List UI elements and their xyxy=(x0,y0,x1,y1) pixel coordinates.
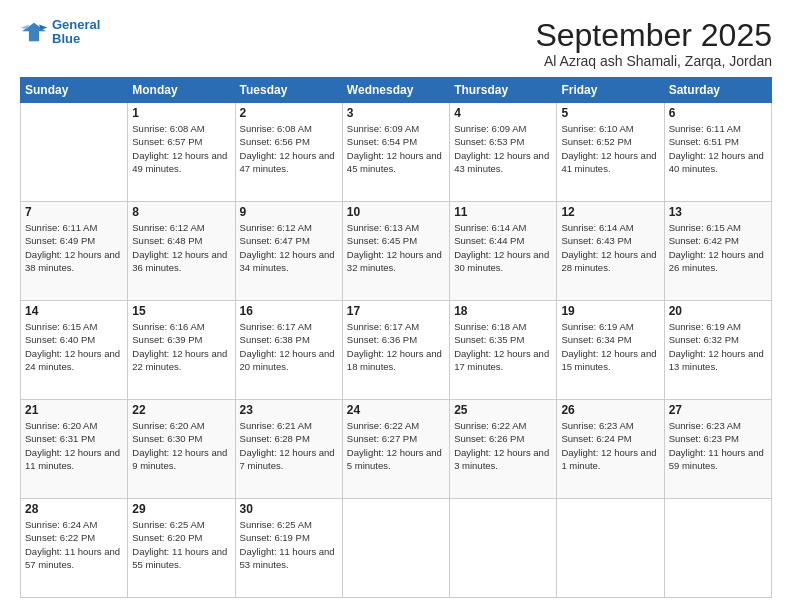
table-row: 22Sunrise: 6:20 AMSunset: 6:30 PMDayligh… xyxy=(128,400,235,499)
day-number: 3 xyxy=(347,106,445,120)
logo-icon xyxy=(20,21,48,43)
day-number: 24 xyxy=(347,403,445,417)
day-info: Sunrise: 6:20 AMSunset: 6:31 PMDaylight:… xyxy=(25,419,123,472)
day-number: 27 xyxy=(669,403,767,417)
day-number: 11 xyxy=(454,205,552,219)
calendar-week-1: 7Sunrise: 6:11 AMSunset: 6:49 PMDaylight… xyxy=(21,202,772,301)
day-info: Sunrise: 6:09 AMSunset: 6:53 PMDaylight:… xyxy=(454,122,552,175)
logo-text: General Blue xyxy=(52,18,100,47)
header: General Blue September 2025 Al Azraq ash… xyxy=(20,18,772,69)
day-number: 20 xyxy=(669,304,767,318)
table-row: 28Sunrise: 6:24 AMSunset: 6:22 PMDayligh… xyxy=(21,499,128,598)
table-row: 26Sunrise: 6:23 AMSunset: 6:24 PMDayligh… xyxy=(557,400,664,499)
day-number: 16 xyxy=(240,304,338,318)
table-row xyxy=(664,499,771,598)
table-row: 13Sunrise: 6:15 AMSunset: 6:42 PMDayligh… xyxy=(664,202,771,301)
day-info: Sunrise: 6:13 AMSunset: 6:45 PMDaylight:… xyxy=(347,221,445,274)
day-info: Sunrise: 6:21 AMSunset: 6:28 PMDaylight:… xyxy=(240,419,338,472)
day-number: 10 xyxy=(347,205,445,219)
day-info: Sunrise: 6:11 AMSunset: 6:51 PMDaylight:… xyxy=(669,122,767,175)
day-number: 8 xyxy=(132,205,230,219)
table-row: 5Sunrise: 6:10 AMSunset: 6:52 PMDaylight… xyxy=(557,103,664,202)
calendar-week-0: 1Sunrise: 6:08 AMSunset: 6:57 PMDaylight… xyxy=(21,103,772,202)
table-row: 3Sunrise: 6:09 AMSunset: 6:54 PMDaylight… xyxy=(342,103,449,202)
table-row: 11Sunrise: 6:14 AMSunset: 6:44 PMDayligh… xyxy=(450,202,557,301)
table-row: 8Sunrise: 6:12 AMSunset: 6:48 PMDaylight… xyxy=(128,202,235,301)
table-row xyxy=(342,499,449,598)
logo: General Blue xyxy=(20,18,100,47)
day-info: Sunrise: 6:11 AMSunset: 6:49 PMDaylight:… xyxy=(25,221,123,274)
table-row: 15Sunrise: 6:16 AMSunset: 6:39 PMDayligh… xyxy=(128,301,235,400)
table-row: 9Sunrise: 6:12 AMSunset: 6:47 PMDaylight… xyxy=(235,202,342,301)
title-area: September 2025 Al Azraq ash Shamali, Zar… xyxy=(535,18,772,69)
table-row: 18Sunrise: 6:18 AMSunset: 6:35 PMDayligh… xyxy=(450,301,557,400)
location: Al Azraq ash Shamali, Zarqa, Jordan xyxy=(535,53,772,69)
day-number: 1 xyxy=(132,106,230,120)
col-saturday: Saturday xyxy=(664,78,771,103)
table-row xyxy=(557,499,664,598)
day-number: 14 xyxy=(25,304,123,318)
day-info: Sunrise: 6:10 AMSunset: 6:52 PMDaylight:… xyxy=(561,122,659,175)
logo-blue: Blue xyxy=(52,31,80,46)
table-row: 2Sunrise: 6:08 AMSunset: 6:56 PMDaylight… xyxy=(235,103,342,202)
day-info: Sunrise: 6:22 AMSunset: 6:26 PMDaylight:… xyxy=(454,419,552,472)
table-row: 27Sunrise: 6:23 AMSunset: 6:23 PMDayligh… xyxy=(664,400,771,499)
day-info: Sunrise: 6:15 AMSunset: 6:40 PMDaylight:… xyxy=(25,320,123,373)
calendar-week-4: 28Sunrise: 6:24 AMSunset: 6:22 PMDayligh… xyxy=(21,499,772,598)
day-info: Sunrise: 6:14 AMSunset: 6:44 PMDaylight:… xyxy=(454,221,552,274)
day-info: Sunrise: 6:22 AMSunset: 6:27 PMDaylight:… xyxy=(347,419,445,472)
day-number: 13 xyxy=(669,205,767,219)
logo-general: General xyxy=(52,17,100,32)
col-thursday: Thursday xyxy=(450,78,557,103)
day-info: Sunrise: 6:25 AMSunset: 6:20 PMDaylight:… xyxy=(132,518,230,571)
table-row: 23Sunrise: 6:21 AMSunset: 6:28 PMDayligh… xyxy=(235,400,342,499)
day-info: Sunrise: 6:15 AMSunset: 6:42 PMDaylight:… xyxy=(669,221,767,274)
table-row: 6Sunrise: 6:11 AMSunset: 6:51 PMDaylight… xyxy=(664,103,771,202)
day-number: 28 xyxy=(25,502,123,516)
day-number: 9 xyxy=(240,205,338,219)
table-row: 24Sunrise: 6:22 AMSunset: 6:27 PMDayligh… xyxy=(342,400,449,499)
day-number: 5 xyxy=(561,106,659,120)
col-sunday: Sunday xyxy=(21,78,128,103)
day-info: Sunrise: 6:08 AMSunset: 6:57 PMDaylight:… xyxy=(132,122,230,175)
table-row: 25Sunrise: 6:22 AMSunset: 6:26 PMDayligh… xyxy=(450,400,557,499)
table-row: 14Sunrise: 6:15 AMSunset: 6:40 PMDayligh… xyxy=(21,301,128,400)
day-number: 25 xyxy=(454,403,552,417)
table-row: 1Sunrise: 6:08 AMSunset: 6:57 PMDaylight… xyxy=(128,103,235,202)
day-info: Sunrise: 6:25 AMSunset: 6:19 PMDaylight:… xyxy=(240,518,338,571)
col-wednesday: Wednesday xyxy=(342,78,449,103)
table-row: 29Sunrise: 6:25 AMSunset: 6:20 PMDayligh… xyxy=(128,499,235,598)
table-row: 21Sunrise: 6:20 AMSunset: 6:31 PMDayligh… xyxy=(21,400,128,499)
calendar-week-3: 21Sunrise: 6:20 AMSunset: 6:31 PMDayligh… xyxy=(21,400,772,499)
day-info: Sunrise: 6:19 AMSunset: 6:32 PMDaylight:… xyxy=(669,320,767,373)
day-number: 21 xyxy=(25,403,123,417)
day-number: 7 xyxy=(25,205,123,219)
table-row: 20Sunrise: 6:19 AMSunset: 6:32 PMDayligh… xyxy=(664,301,771,400)
table-row xyxy=(450,499,557,598)
day-number: 19 xyxy=(561,304,659,318)
table-row: 19Sunrise: 6:19 AMSunset: 6:34 PMDayligh… xyxy=(557,301,664,400)
day-number: 6 xyxy=(669,106,767,120)
day-number: 22 xyxy=(132,403,230,417)
table-row: 30Sunrise: 6:25 AMSunset: 6:19 PMDayligh… xyxy=(235,499,342,598)
table-row: 7Sunrise: 6:11 AMSunset: 6:49 PMDaylight… xyxy=(21,202,128,301)
day-info: Sunrise: 6:14 AMSunset: 6:43 PMDaylight:… xyxy=(561,221,659,274)
day-number: 18 xyxy=(454,304,552,318)
day-info: Sunrise: 6:23 AMSunset: 6:24 PMDaylight:… xyxy=(561,419,659,472)
day-info: Sunrise: 6:12 AMSunset: 6:47 PMDaylight:… xyxy=(240,221,338,274)
day-info: Sunrise: 6:24 AMSunset: 6:22 PMDaylight:… xyxy=(25,518,123,571)
svg-marker-0 xyxy=(22,23,46,42)
day-info: Sunrise: 6:18 AMSunset: 6:35 PMDaylight:… xyxy=(454,320,552,373)
table-row: 12Sunrise: 6:14 AMSunset: 6:43 PMDayligh… xyxy=(557,202,664,301)
day-number: 17 xyxy=(347,304,445,318)
day-info: Sunrise: 6:19 AMSunset: 6:34 PMDaylight:… xyxy=(561,320,659,373)
day-info: Sunrise: 6:17 AMSunset: 6:36 PMDaylight:… xyxy=(347,320,445,373)
calendar-page: General Blue September 2025 Al Azraq ash… xyxy=(0,0,792,612)
col-friday: Friday xyxy=(557,78,664,103)
table-row: 16Sunrise: 6:17 AMSunset: 6:38 PMDayligh… xyxy=(235,301,342,400)
table-row xyxy=(21,103,128,202)
day-info: Sunrise: 6:16 AMSunset: 6:39 PMDaylight:… xyxy=(132,320,230,373)
day-info: Sunrise: 6:17 AMSunset: 6:38 PMDaylight:… xyxy=(240,320,338,373)
col-monday: Monday xyxy=(128,78,235,103)
day-number: 2 xyxy=(240,106,338,120)
